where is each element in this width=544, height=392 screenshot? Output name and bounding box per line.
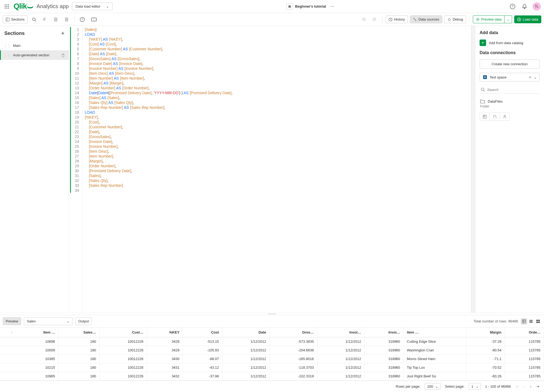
table-body: 10696180100122263428-513.151/12/2012-573… [0,337,544,381]
table-row[interactable]: 10696180100122263428-513.151/12/2012-573… [0,337,544,346]
debug-button[interactable]: Debug [444,15,466,23]
comment-icon[interactable]: // [41,16,49,23]
table-cell: -513.15 [183,337,222,346]
sidebar-section-item[interactable]: ⋮⋮Auto-generated section [0,50,69,60]
table-row[interactable]: 10385180100122263430-88.071/12/2012-165.… [0,355,544,363]
indent-icon[interactable] [51,16,60,23]
help-panel-icon[interactable]: ? [78,15,87,24]
resize-handle[interactable] [0,313,544,315]
preview-data-dropdown[interactable]: ⌄ [504,15,512,23]
view-list-icon[interactable] [528,318,534,325]
code-content[interactable]: [Sales]:LOAD [%KEY] AS [%KEY], [Cost] AS… [83,26,471,313]
add-section-icon[interactable]: + [61,30,64,37]
app-launcher-icon[interactable] [3,3,10,10]
preview-table: ↑ Item …Sales…Cust…%KEYCostDateGros…Invo… [0,328,544,381]
clear-space-icon[interactable]: ✕ [529,75,532,79]
table-cell: -102.3319 [270,372,317,381]
last-page-icon[interactable]: ⇥ [535,384,540,389]
output-tab[interactable]: Output [75,317,92,325]
svg-point-42 [504,115,506,117]
variables-icon[interactable]: = [89,16,99,23]
table-cell: 10965 [0,372,58,381]
space-selector[interactable]: Test space ✕ ⌄ [480,73,540,81]
insert-script-icon[interactable] [490,113,500,120]
outdent-icon[interactable] [62,16,71,23]
connection-search-input[interactable] [487,88,539,92]
history-button[interactable]: History [386,15,408,23]
preview-data-button[interactable]: Preview data [473,15,504,23]
sections-button[interactable]: Sections [3,15,28,23]
sections-sidebar: Sections + ⋮⋮Main⋮⋮Auto-generated sectio… [0,26,69,313]
column-header[interactable]: Invoi… [317,328,365,337]
first-page-icon[interactable]: ⇤ [515,384,520,389]
data-sources-button[interactable]: Data sources [410,15,442,23]
table-row[interactable]: 10009180100122263429-105.931/12/2012-204… [0,346,544,355]
column-header[interactable]: Cost [183,328,222,337]
chevron-down-icon: ⌄ [435,384,438,388]
space-label: Test space [490,75,506,79]
table-cell: -165.8016 [270,355,317,363]
svg-rect-49 [536,320,538,321]
code-editor[interactable]: 1234567891011121314151617181920212223242… [69,26,475,313]
column-header[interactable]: Date [222,328,270,337]
search-icon[interactable] [30,16,38,23]
user-avatar[interactable]: TL [533,2,541,11]
more-icon[interactable]: ⋯ [329,3,335,9]
delete-icon[interactable] [61,53,65,57]
load-data-label: Load data [523,17,538,21]
help-icon[interactable]: ? [509,3,516,10]
svg-text://: // [43,17,45,21]
add-from-catalog-label: Add from data catalog [489,41,523,45]
edit-connection-icon[interactable] [500,113,510,120]
datafiles-item[interactable]: DataFiles [480,98,540,104]
table-cell: -90.54 [466,346,505,355]
view-table-icon[interactable] [521,318,527,325]
debug-icon [447,18,451,21]
table-row[interactable]: 10215180100122263431-43.121/12/2012-118.… [0,363,544,372]
select-page-label: Select page: [445,384,464,388]
svg-line-38 [484,90,485,92]
table-cell: -88.07 [183,355,222,363]
table-cell: 10385 [0,355,58,363]
chevron-down-icon[interactable]: ⌄ [534,75,537,79]
column-header[interactable]: Gros… [270,328,317,337]
svg-rect-43 [522,320,526,323]
column-header[interactable]: %KEY [147,328,183,337]
column-header[interactable]: ↑ Item … [0,328,58,337]
column-header[interactable]: Item … [404,328,466,337]
drag-icon[interactable]: ⋮⋮ [4,44,10,48]
rows-per-page-select[interactable]: 100⌄ [425,383,441,390]
create-connection-button[interactable]: Create new connection [480,60,540,68]
column-header[interactable]: Invoi… [365,328,404,337]
column-header[interactable]: Cust… [100,328,147,337]
sidebar-section-item[interactable]: ⋮⋮Main [0,41,69,50]
preview-table-wrap[interactable]: ↑ Item …Sales…Cust…%KEYCostDateGros…Invo… [0,327,544,381]
load-data-button[interactable]: Load data [514,15,541,23]
column-header[interactable]: Orde… [505,328,544,337]
view-grid-icon[interactable] [535,318,541,325]
next-page-icon[interactable]: › [529,384,532,389]
drag-icon[interactable]: ⋮⋮ [4,53,10,57]
preview-data-label: Preview data [481,17,502,21]
sections-title: Sections [4,31,25,36]
undo-icon[interactable] [359,16,368,23]
connection-search[interactable] [480,86,540,94]
table-cell: 1/12/2012 [222,372,270,381]
table-cell: Moms Sliced Ham [404,355,466,363]
column-header[interactable]: Sales… [58,328,100,337]
table-row[interactable]: 10965180100122263432-37.981/12/2012-102.… [0,372,544,381]
editor-scrollbar[interactable] [471,26,475,313]
document-title[interactable]: ▦ Beginner's tutorial [286,3,326,9]
redo-icon[interactable] [370,16,379,23]
column-header[interactable]: Margin [466,328,505,337]
prev-page-icon[interactable]: ‹ [523,384,526,389]
preview-tab[interactable]: Preview [3,317,21,325]
table-cell: 3430 [147,355,183,363]
table-selector[interactable]: Sales ⌄ [24,317,73,325]
select-data-icon[interactable] [480,113,490,120]
bell-icon[interactable] [521,3,528,10]
select-page-select[interactable]: 1⌄ [469,383,481,390]
add-from-catalog-button[interactable]: + Add from data catalog [480,40,540,46]
view-selector[interactable]: Data load editor ⌄ [72,2,113,10]
table-cell: Cutting Edge Slice [404,337,466,346]
